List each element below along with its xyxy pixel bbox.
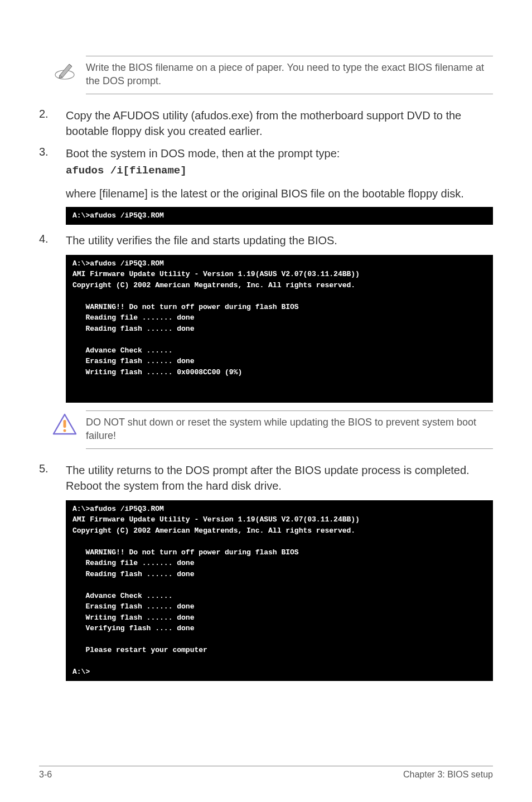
step-5: 5. The utility returns to the DOS prompt… (39, 462, 493, 494)
step-4: 4. The utility verifies the file and sta… (39, 233, 493, 248)
step-body: The utility verifies the file and starts… (66, 233, 493, 248)
warning-icon (49, 410, 80, 436)
page-number: 3-6 (39, 770, 52, 780)
warning-text: DO NOT shut down or reset the system whi… (86, 410, 493, 449)
page-footer: 3-6 Chapter 3: BIOS setup (39, 766, 493, 780)
step-number: 3. (39, 146, 66, 178)
step-3: 3. Boot the system in DOS mode, then at … (39, 146, 493, 178)
step-number: 5. (39, 462, 66, 494)
step-text: Boot the system in DOS mode, then at the… (66, 147, 340, 160)
note-block: Write the BIOS filename on a piece of pa… (49, 56, 493, 94)
step-2: 2. Copy the AFUDOS utility (afudos.exe) … (39, 108, 493, 139)
terminal-output-2: A:\>afudos /iP5Q3.ROM AMI Firmware Updat… (66, 255, 493, 403)
terminal-output-3: A:\>afudos /iP5Q3.ROM AMI Firmware Updat… (66, 500, 493, 681)
step-body: Boot the system in DOS mode, then at the… (66, 146, 493, 178)
step-number: 2. (39, 108, 66, 139)
code-command: afudos /i[filename] (66, 163, 493, 178)
svg-rect-1 (64, 420, 66, 428)
warning-block: DO NOT shut down or reset the system whi… (49, 410, 493, 449)
svg-point-2 (64, 429, 66, 432)
pencil-icon (49, 56, 80, 83)
step-body: The utility returns to the DOS prompt af… (66, 462, 493, 494)
terminal-output-1: A:\>afudos /iP5Q3.ROM (66, 207, 493, 225)
note-text: Write the BIOS filename on a piece of pa… (86, 56, 493, 94)
step-3-paragraph: where [filename] is the latest or the or… (66, 186, 493, 201)
step-body: Copy the AFUDOS utility (afudos.exe) fro… (66, 108, 493, 139)
step-number: 4. (39, 233, 66, 248)
chapter-title: Chapter 3: BIOS setup (403, 770, 493, 780)
